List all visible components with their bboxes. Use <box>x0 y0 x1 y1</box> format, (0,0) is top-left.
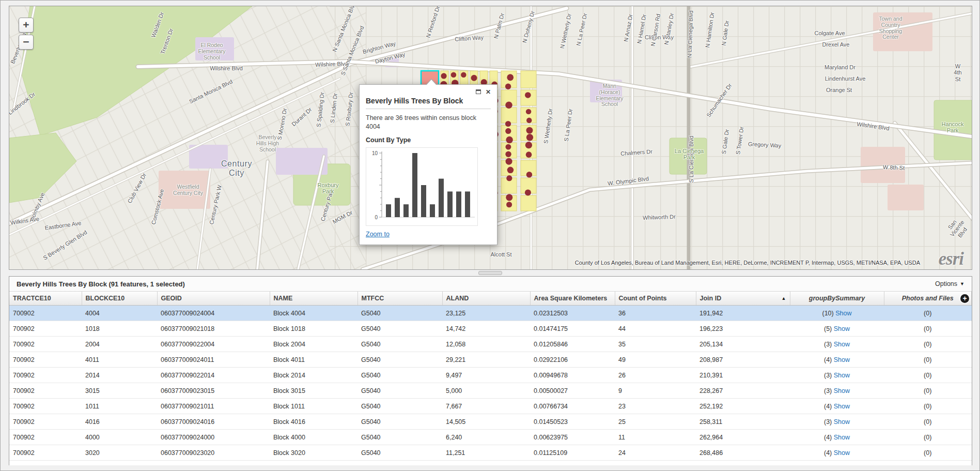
column-header-mtfcc[interactable]: MTFCC <box>357 292 442 305</box>
table-cell: G5040 <box>357 414 442 429</box>
column-header-photos-and-files[interactable]: Photos and Files <box>884 292 972 305</box>
column-header-name[interactable]: NAME <box>270 292 357 305</box>
show-link[interactable]: Show <box>834 372 850 379</box>
group-by-summary-cell: (5) Show <box>790 321 884 336</box>
zoom-out-button[interactable]: − <box>19 35 34 50</box>
census-block[interactable] <box>521 195 536 211</box>
column-header-join-id[interactable]: Join ID▲ <box>696 292 790 305</box>
table-row[interactable]: 7009021018060377009021018Block 1018G5040… <box>9 321 972 336</box>
table-cell: 36 <box>615 305 696 321</box>
zoom-to-link[interactable]: Zoom to <box>366 231 390 238</box>
table-cell: G5040 <box>357 398 442 414</box>
options-button[interactable]: Options ▼ <box>935 280 965 287</box>
table-cell: 2004 <box>82 336 157 352</box>
table-cell: Block 2004 <box>270 336 357 352</box>
table-cell: 26 <box>615 367 696 383</box>
map-panel[interactable]: Wilshire BlvdWilshire BlvdWilshire BlvdS… <box>9 6 972 270</box>
table-cell: Block 4000 <box>270 429 357 445</box>
table-cell: G5040 <box>357 445 442 460</box>
popup-close-icon[interactable]: ✕ <box>486 88 491 96</box>
table-cell: 25 <box>615 414 696 429</box>
table-cell: 258,311 <box>696 414 790 429</box>
show-link[interactable]: Show <box>834 387 850 394</box>
popup-maximize-icon[interactable] <box>476 89 481 94</box>
show-link[interactable]: Show <box>835 310 851 317</box>
table-row[interactable]: 7009024000060377009024000Block 4000G5040… <box>9 429 972 445</box>
table-row[interactable]: 7009024004060377009024004Block 4004G5040… <box>9 305 972 321</box>
group-by-summary-cell: (4) Show <box>790 445 884 460</box>
group-by-summary-cell: (3) Show <box>790 367 884 383</box>
table-cell: 24 <box>615 445 696 460</box>
show-link[interactable]: Show <box>834 325 850 332</box>
table-cell: 700902 <box>9 383 82 398</box>
census-block[interactable] <box>521 71 536 88</box>
chart-bar <box>465 191 470 217</box>
table-cell: 11,251 <box>442 445 530 460</box>
table-cell: 23,125 <box>442 305 530 321</box>
table-cell: 700902 <box>9 321 82 336</box>
table-cell: 4011 <box>82 352 157 367</box>
table-row[interactable]: 7009022004060377009022004Block 2004G5040… <box>9 336 972 352</box>
table-row[interactable]: 7009023015060377009023015Block 3015G5040… <box>9 383 972 398</box>
table-cell: 205,134 <box>696 336 790 352</box>
table-row[interactable]: 7009021011060377009021011Block 1011G5040… <box>9 398 972 414</box>
group-count: (4) <box>824 356 834 363</box>
zoom-in-button[interactable]: + <box>19 18 34 33</box>
column-label: BLOCKCE10 <box>86 295 125 302</box>
show-link[interactable]: Show <box>834 449 850 457</box>
chart-bar <box>412 153 417 217</box>
arcgis-map-viewer: Wilshire BlvdWilshire BlvdWilshire BlvdS… <box>0 0 980 471</box>
panel-resize-handle[interactable] <box>478 271 502 275</box>
show-link[interactable]: Show <box>834 418 850 426</box>
column-header-geoid[interactable]: GEOID <box>157 292 270 305</box>
group-count: (4) <box>824 403 834 410</box>
table-titlebar: Beverly Hills Trees By Block (91 feature… <box>9 277 972 292</box>
column-header-area-square-kilometers[interactable]: Area Square Kilometers <box>530 292 615 305</box>
table-row[interactable]: 7009022014060377009022014Block 2014G5040… <box>9 367 972 383</box>
table-cell: Block 4016 <box>270 414 357 429</box>
show-link[interactable]: Show <box>834 434 850 441</box>
table-cell: 700902 <box>9 367 82 383</box>
table-cell: G5040 <box>357 305 442 321</box>
column-label: GEOID <box>161 295 182 302</box>
chart-bar <box>403 204 409 217</box>
table-cell: 060377009023015 <box>157 383 270 398</box>
table-cell: 210,391 <box>696 367 790 383</box>
group-count: (4) <box>824 434 834 441</box>
census-block[interactable] <box>501 108 517 123</box>
table-cell: 0.01125109 <box>530 445 615 460</box>
column-label: ALAND <box>446 295 469 302</box>
table-cell: 4000 <box>82 429 157 445</box>
group-by-summary-cell: (4) Show <box>790 398 884 414</box>
column-header-aland[interactable]: ALAND <box>442 292 530 305</box>
table-cell: 3000 <box>82 460 157 465</box>
group-count: (3) <box>824 387 834 394</box>
column-header-count-of-points[interactable]: Count of Points <box>615 292 696 305</box>
show-link[interactable]: Show <box>834 465 850 466</box>
group-by-summary-cell: (3) Show <box>790 383 884 398</box>
table-row[interactable]: 7009024011060377009024011Block 4011G5040… <box>9 352 972 367</box>
column-header-blockce10[interactable]: BLOCKCE10 <box>82 292 157 305</box>
table-row[interactable]: 7009023020060377009023020Block 3020G5040… <box>9 445 972 460</box>
chart-bar <box>456 191 461 217</box>
table-cell: 44 <box>615 321 696 336</box>
add-column-button[interactable]: + <box>960 294 969 303</box>
table-row[interactable]: 7009023000060377009023000Block 3000G5040… <box>9 460 972 465</box>
table-cell: 9 <box>615 383 696 398</box>
table-cell: 060377009021018 <box>157 321 270 336</box>
table-row[interactable]: 7009024016060377009024016Block 4016G5040… <box>9 414 972 429</box>
photos-and-files-cell: (0) <box>884 429 972 445</box>
column-header-tractce10[interactable]: TRACTCE10 <box>9 292 82 305</box>
photos-and-files-cell: (0) <box>884 305 972 321</box>
column-label: MTFCC <box>362 295 384 302</box>
panel-divider <box>9 270 971 276</box>
table-cell: 060377009021011 <box>157 398 270 414</box>
show-link[interactable]: Show <box>834 356 850 363</box>
photos-and-files-cell: (0) <box>884 445 972 460</box>
table-cell: 0.00500027 <box>530 383 615 398</box>
show-link[interactable]: Show <box>834 341 850 348</box>
show-link[interactable]: Show <box>834 403 850 410</box>
table-cell: Block 1011 <box>270 398 357 414</box>
column-header-groupbysummary[interactable]: groupBySummary <box>790 292 884 305</box>
table-cell: 0.00949678 <box>530 367 615 383</box>
